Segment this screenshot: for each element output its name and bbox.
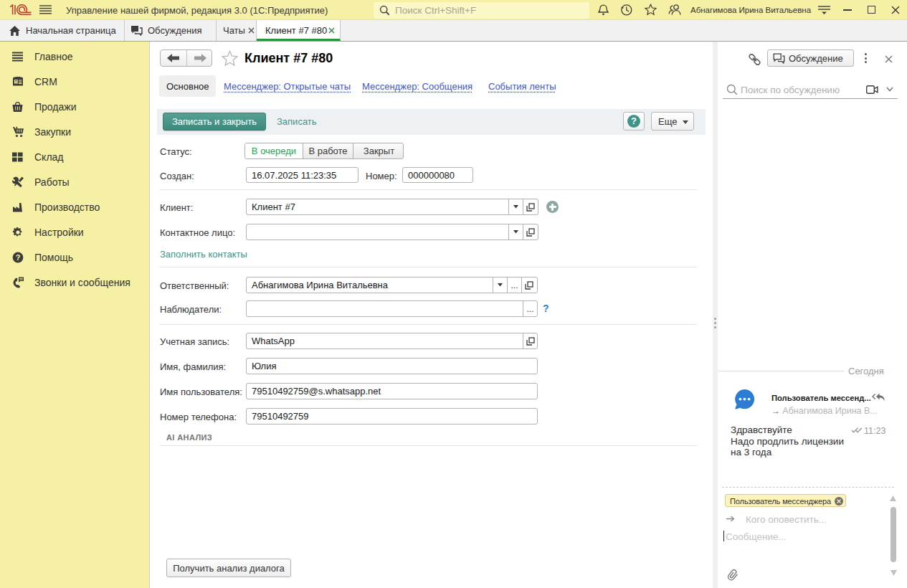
svg-text:?: ?: [16, 253, 21, 262]
